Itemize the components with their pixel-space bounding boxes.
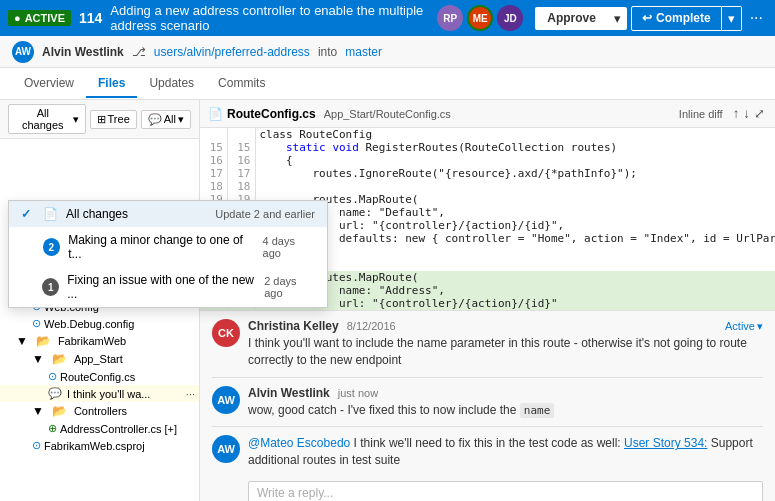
comment-avatar-3: AW [212, 435, 240, 463]
file-addresscontroller[interactable]: ⊕ AddressController.cs [+] [0, 420, 199, 437]
branch-icon: ⎇ [132, 45, 146, 59]
tab-commits-label: Commits [218, 76, 265, 90]
comment-icon: 💬 [148, 113, 162, 126]
all-label: All [164, 113, 176, 125]
file-icon-5: ⊙ [32, 317, 41, 330]
folder-controllers[interactable]: ▼ 📂 Controllers [0, 402, 199, 420]
comment-file-icon: 💬 [48, 387, 62, 400]
badge-2: 2 [43, 238, 61, 256]
reply-placeholder: Write a reply... [257, 486, 333, 500]
code-content: class RouteConfig [255, 128, 775, 141]
file-icon-6: ⊙ [48, 370, 57, 383]
pr-number: 114 [79, 10, 102, 26]
file-actions-button[interactable]: ··· [186, 388, 195, 400]
file-name-highlighted: I think you'll wa... [67, 388, 150, 400]
comment-thread: CK Christina Kelley 8/12/2016 Active ▾ I… [200, 310, 775, 501]
all-filter-button[interactable]: 💬 All ▾ [141, 110, 191, 129]
comment-1-author: Christina Kelley [248, 319, 339, 333]
code-content: name: "Address", [255, 284, 775, 297]
active-label: ACTIVE [25, 12, 65, 24]
target-branch-link[interactable]: master [345, 45, 382, 59]
tree-label: Tree [108, 113, 130, 125]
line-num-new: 18 [227, 180, 255, 193]
folder-appstart[interactable]: ▼ 📂 App_Start [0, 350, 199, 368]
file-icon-all: 📄 [43, 207, 58, 221]
file-routeconfig[interactable]: ⊙ RouteConfig.cs [0, 368, 199, 385]
tab-updates-label: Updates [149, 76, 194, 90]
dropdown-item-all[interactable]: ✓ 📄 All changes Update 2 and earlier [9, 201, 200, 227]
reviewer-avatar-2: ME [467, 5, 493, 31]
tab-files[interactable]: Files [86, 70, 137, 98]
folder-icon-2: 📂 [36, 334, 51, 348]
complete-icon: ↩ [642, 11, 652, 25]
folder-icon-3: 📂 [52, 352, 67, 366]
active-badge: ● ACTIVE [8, 10, 71, 26]
comment-avatar-1: CK [212, 319, 240, 347]
tab-files-label: Files [98, 76, 125, 90]
line-num-old: 16 [200, 154, 227, 167]
expand-button[interactable]: ⤢ [752, 104, 767, 123]
main-content: All changes ▾ ⊞ Tree 💬 All ▾ ✓ 📄 All cha… [0, 100, 775, 501]
comment-3-part1: I think we'll need to fix this in the te… [354, 436, 624, 450]
code-row: 16 16 { [200, 154, 775, 167]
code-content: url: "{controller}/{action}/{id}" [255, 297, 775, 310]
comment-1: CK Christina Kelley 8/12/2016 Active ▾ I… [200, 311, 775, 377]
code-row: class RouteConfig [200, 128, 775, 141]
comment-2: AW Alvin Westlink just now wow, good cat… [200, 378, 775, 427]
chevron-down-icon-2: ▾ [178, 113, 184, 126]
file-name-6: RouteConfig.cs [60, 371, 135, 383]
complete-button[interactable]: ↩ Complete [631, 6, 722, 31]
more-options-button[interactable]: ··· [746, 5, 767, 31]
line-num-new: 16 [227, 154, 255, 167]
scroll-up-button[interactable]: ↑ [731, 104, 742, 123]
folder-arrow-icon-3: ▼ [32, 352, 44, 366]
file-webdebug[interactable]: ⊙ Web.Debug.config [0, 315, 199, 332]
dropdown-item-update2[interactable]: 2 Making a minor change to one of t... 4… [9, 227, 200, 267]
scroll-down-button[interactable]: ↓ [741, 104, 752, 123]
folder-fabrikamweb[interactable]: ▼ 📂 FabrikamWeb [0, 332, 199, 350]
code-header: 📄 RouteConfig.cs App_Start/RouteConfig.c… [200, 100, 775, 128]
folder-icon-4: 📂 [52, 404, 67, 418]
approve-dropdown-button[interactable]: ▾ [608, 7, 627, 30]
line-num-new: 15 [227, 141, 255, 154]
line-num-old: 17 [200, 167, 227, 180]
comment-2-time: just now [338, 387, 378, 399]
author-bar: AW Alvin Westlink ⎇ users/alvin/preferre… [0, 36, 775, 68]
file-tab-icon: 📄 [208, 107, 223, 121]
code-content: static void RegisterRoutes(RouteCollecti… [255, 141, 775, 154]
line-num-old: 18 [200, 180, 227, 193]
code-content: { [255, 154, 775, 167]
pr-title: Adding a new address controller to enabl… [110, 3, 429, 33]
all-changes-dropdown[interactable]: All changes ▾ [8, 104, 86, 134]
tab-overview[interactable]: Overview [12, 70, 86, 98]
dropdown-item-update1[interactable]: 1 Fixing an issue with one of the new ..… [9, 267, 200, 307]
chevron-down-icon: ▾ [73, 113, 79, 126]
reply-box[interactable]: Write a reply... [248, 481, 763, 501]
file-icon-7: ⊕ [48, 422, 57, 435]
nav-tabs: Overview Files Updates Commits [0, 68, 775, 100]
line-num-old [200, 128, 227, 141]
file-fabrikamcsproj[interactable]: ⊙ FabrikamWeb.csproj [0, 437, 199, 454]
dropdown-update2-label: Making a minor change to one of t... [68, 233, 200, 261]
tree-view-button[interactable]: ⊞ Tree [90, 110, 137, 129]
badge-1: 1 [42, 278, 59, 296]
comment-3-text: @Mateo Escobedo I think we'll need to fi… [248, 435, 763, 469]
inline-code: name [520, 403, 555, 418]
user-story-link[interactable]: User Story 534: [624, 436, 707, 450]
inline-diff-label: Inline diff [679, 108, 723, 120]
tree-icon: ⊞ [97, 113, 106, 126]
breadcrumb-path: App_Start/RouteConfig.cs [324, 108, 679, 120]
line-num-new: 17 [227, 167, 255, 180]
approve-button[interactable]: Approve [535, 7, 608, 30]
complete-label: Complete [656, 11, 711, 25]
code-content: routes.MapRoute( [255, 193, 775, 206]
tab-updates[interactable]: Updates [137, 70, 206, 98]
comment-1-status[interactable]: Active ▾ [725, 320, 763, 333]
comment-avatar-2: AW [212, 386, 240, 414]
top-bar: ● ACTIVE 114 Adding a new address contro… [0, 0, 775, 36]
branch-link[interactable]: users/alvin/preferred-address [154, 45, 310, 59]
code-row: 15 15 static void RegisterRoutes(RouteCo… [200, 141, 775, 154]
tab-commits[interactable]: Commits [206, 70, 277, 98]
complete-dropdown-button[interactable]: ▾ [722, 6, 742, 31]
file-highlighted[interactable]: 💬 I think you'll wa... ··· [0, 385, 199, 402]
